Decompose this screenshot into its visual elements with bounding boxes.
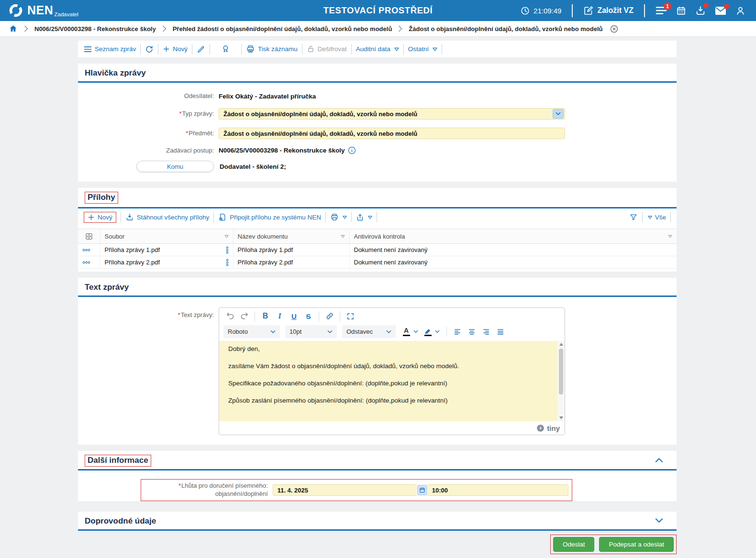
strikethrough-button[interactable]: S (302, 310, 315, 322)
align-justify-button[interactable] (494, 326, 507, 338)
column-header-nazev[interactable]: Název dokumentu (233, 229, 349, 244)
triangle-down-icon[interactable] (224, 235, 229, 238)
fullscreen-button[interactable] (344, 310, 357, 322)
section-title: Hlavička zprávy (85, 68, 146, 77)
scroll-down-icon[interactable] (559, 416, 563, 419)
column-header-antivir[interactable]: Antivirová kontrola (349, 229, 677, 244)
section-title: Doprovodné údaje (85, 516, 156, 525)
subject-label: *Předmět: (78, 130, 219, 137)
info-icon[interactable] (348, 146, 356, 154)
section-head: Text zprávy (78, 278, 677, 297)
audit-data-button[interactable]: Auditní data (356, 45, 399, 53)
tasks-menu-button[interactable]: 1 (656, 6, 667, 15)
logo-text: NEN (27, 5, 53, 15)
toolbar-separator (210, 44, 210, 55)
message-list-button[interactable]: Seznam zpráv (84, 45, 136, 53)
chevron-down-icon[interactable] (435, 330, 440, 333)
align-right-button[interactable] (479, 326, 492, 338)
other-actions-button[interactable]: Ostatní (408, 45, 438, 53)
row-menu-icon[interactable] (82, 248, 96, 252)
highlight-color-button[interactable] (422, 326, 433, 338)
block-format-select[interactable]: Odstavec (342, 325, 396, 338)
deadline-label: *Lhůta pro doručení písemného: objasnění… (145, 482, 273, 498)
table-row[interactable]: Příloha zprávy 1.pdf Příloha zprávy 1.pd… (78, 244, 677, 256)
row-menu-icon[interactable] (82, 261, 96, 264)
editor-scrollbar[interactable] (557, 341, 565, 421)
align-left-button[interactable] (451, 326, 464, 338)
recipients-button[interactable]: Komu (136, 161, 214, 172)
new-message-button[interactable]: Nový (163, 45, 188, 53)
messages-button[interactable] (715, 6, 726, 15)
editor-content-area[interactable]: Dobrý den, zasíláme Vám žádost o objasně… (219, 341, 565, 421)
calendar-button[interactable] (676, 6, 686, 16)
subject-input[interactable]: Žádost o objasnění/doplnění údajů, dokla… (219, 128, 565, 139)
underline-button[interactable]: U (288, 310, 300, 322)
tasks-badge: 1 (664, 2, 671, 10)
home-icon[interactable] (9, 24, 18, 33)
chevron-down-icon[interactable] (413, 330, 418, 333)
editor-separator (340, 311, 340, 321)
expand-section-icon[interactable] (655, 518, 663, 524)
send-button[interactable]: Odeslat (553, 537, 595, 552)
triangle-down-icon[interactable] (341, 235, 345, 238)
undo-button[interactable] (223, 310, 236, 322)
download-all-button[interactable]: Stáhnout všechny přílohy (125, 213, 210, 221)
collapse-section-icon[interactable] (655, 457, 663, 463)
text-color-button[interactable]: A (401, 326, 411, 338)
downloads-button[interactable] (695, 5, 706, 16)
message-text-section: Text zprávy *Text zprávy: B I (78, 278, 677, 445)
tiny-logo-icon (536, 424, 545, 432)
triangle-down-icon[interactable] (668, 235, 672, 238)
chevron-down-icon[interactable] (553, 109, 564, 119)
table-header-row: Soubor Název dokumentu Antivirová kontro… (78, 229, 677, 244)
bold-button[interactable]: B (259, 310, 272, 322)
more-vertical-icon[interactable] (226, 259, 229, 266)
required-marker: * (179, 110, 181, 117)
italic-button[interactable]: I (273, 310, 286, 322)
new-attachment-button[interactable]: Nový (88, 214, 112, 221)
redo-button[interactable] (238, 310, 251, 322)
export-attachments-button[interactable] (356, 213, 372, 221)
accompanying-data-section: Doprovodné údaje (78, 512, 677, 531)
filter-button[interactable] (629, 213, 638, 221)
file-name: Příloha zprávy 2.pdf (105, 259, 160, 266)
section-title: Další informace (88, 456, 148, 465)
create-vz-button[interactable]: Založit VZ (583, 6, 634, 16)
deadline-time-input[interactable]: 10:00 (428, 484, 568, 496)
profile-button[interactable] (735, 6, 745, 16)
font-family-select[interactable]: Roboto (223, 325, 280, 338)
breadcrumb-item-overview[interactable]: Přehled žádostí o objasnění/doplnění úda… (173, 25, 392, 33)
column-settings-header[interactable] (78, 229, 100, 244)
other-actions-label: Ostatní (408, 45, 429, 53)
app-header: NEN Zadavatel TESTOVACÍ PROSTŘEDÍ 21:09:… (0, 0, 756, 21)
print-attachments-button[interactable] (330, 213, 347, 221)
editor-separator (319, 311, 319, 321)
attach-from-nen-button[interactable]: Připojit přílohu ze systému NEN (218, 213, 321, 221)
breadcrumb-item-current[interactable]: Žádost o objasnění/doplnění údajů, dokla… (409, 25, 602, 33)
actions-row: Odeslat Podepsat a odeslat (78, 535, 677, 558)
seal-button[interactable] (221, 44, 230, 54)
align-center-button[interactable] (465, 326, 478, 338)
refresh-button[interactable] (145, 45, 154, 54)
column-header-soubor[interactable]: Soubor (100, 229, 233, 244)
print-record-button[interactable]: Tisk záznamu (246, 44, 298, 54)
link-button[interactable] (323, 310, 336, 322)
close-tab-icon[interactable] (610, 25, 618, 33)
font-size-select[interactable]: 10pt (285, 325, 337, 338)
message-type-select[interactable]: Žádost o objasnění/doplnění údajů, dokla… (219, 108, 565, 120)
scroll-up-icon[interactable] (559, 343, 563, 346)
table-row[interactable]: Příloha zprávy 2.pdf Příloha zprávy 2.pd… (78, 256, 677, 269)
deadline-date-input[interactable]: 11. 4. 2025 (273, 484, 417, 496)
breadcrumb-item-procedure[interactable]: N006/25/V00003298 - Rekonstrukce školy (34, 25, 156, 33)
toolbar-separator (213, 212, 214, 222)
sign-and-send-button[interactable]: Podepsat a odeslat (599, 537, 674, 552)
nen-logo[interactable]: NEN Zadavatel (9, 3, 78, 18)
edit-record-button[interactable] (197, 45, 205, 54)
filter-all-button[interactable]: Vše (647, 214, 666, 221)
more-vertical-icon[interactable] (226, 246, 229, 254)
session-time: 21:09:49 (521, 6, 561, 15)
datepicker-calendar-icon[interactable] (417, 485, 427, 495)
decrypt-button[interactable]: Dešifrovat (307, 45, 347, 53)
scrollbar-thumb[interactable] (559, 349, 563, 394)
font-size-value: 10pt (289, 328, 301, 335)
